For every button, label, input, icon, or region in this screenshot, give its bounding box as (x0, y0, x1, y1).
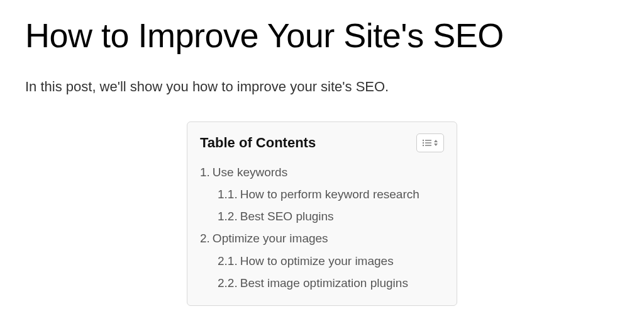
toc-item[interactable]: 1.Use keywords (200, 161, 444, 183)
svg-point-2 (423, 142, 424, 144)
intro-paragraph: In this post, we'll show you how to impr… (25, 79, 619, 95)
svg-point-0 (423, 140, 424, 141)
toc-item-label: How to optimize your images (240, 254, 394, 268)
svg-marker-6 (434, 140, 438, 142)
toc-item-label: How to perform keyword research (240, 188, 419, 201)
toc-item-number: 1.1. (218, 188, 238, 201)
toc-item-label: Optimize your images (213, 232, 328, 245)
sort-icon (433, 139, 438, 147)
toc-item[interactable]: 1.2.Best SEO plugins (200, 205, 444, 227)
toc-item[interactable]: 2.Optimize your images (200, 227, 444, 249)
toc-item-number: 1. (200, 166, 210, 179)
toc-item-number: 2. (200, 232, 210, 245)
toc-item[interactable]: 2.1.How to optimize your images (200, 250, 444, 272)
svg-rect-5 (425, 145, 431, 146)
toc-item-label: Best SEO plugins (240, 210, 334, 223)
toc-item[interactable]: 2.2.Best image optimization plugins (200, 272, 444, 294)
svg-point-4 (423, 145, 424, 146)
toc-item[interactable]: 1.1.How to perform keyword research (200, 183, 444, 205)
toc-item-number: 1.2. (218, 210, 238, 223)
list-icon (422, 139, 432, 147)
toc-header: Table of Contents (200, 133, 444, 152)
toc-item-label: Use keywords (213, 166, 287, 179)
toc-list: 1.Use keywords 1.1.How to perform keywor… (200, 161, 444, 294)
svg-rect-3 (425, 142, 431, 144)
svg-rect-1 (425, 140, 431, 141)
toc-item-number: 2.1. (218, 254, 238, 268)
table-of-contents: Table of Contents 1.U (187, 121, 457, 306)
toc-item-label: Best image optimization plugins (240, 276, 408, 290)
svg-marker-7 (434, 144, 438, 146)
page-title: How to Improve Your Site's SEO (25, 16, 619, 55)
toc-toggle-button[interactable] (416, 133, 444, 152)
toc-item-number: 2.2. (218, 276, 238, 290)
toc-title: Table of Contents (200, 135, 316, 151)
